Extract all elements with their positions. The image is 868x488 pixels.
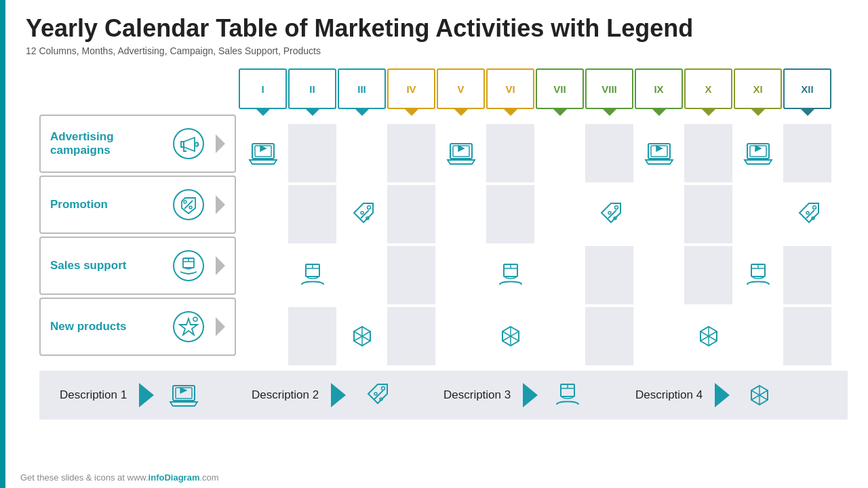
cell-prod-10	[734, 307, 782, 365]
data-row-products	[239, 307, 833, 365]
svg-point-29	[812, 206, 816, 209]
legend-laptop-icon	[166, 378, 201, 413]
svg-point-21	[367, 206, 370, 209]
cell-promo-2	[338, 185, 386, 243]
svg-point-12	[193, 317, 197, 321]
cell-adv-1	[288, 124, 336, 182]
cell-adv-7	[585, 124, 633, 182]
price-tag-icon-promo-11	[791, 197, 825, 231]
svg-point-23	[361, 211, 363, 214]
month-IV: IV	[387, 68, 435, 109]
cell-adv-9	[684, 124, 732, 182]
cell-promo-1	[288, 185, 336, 243]
cell-sales-11	[783, 246, 831, 304]
legend-item-1: Description 1	[60, 378, 252, 413]
legend-arrow-1	[139, 383, 154, 407]
month-X: X	[684, 68, 732, 109]
cell-sales-7	[585, 246, 633, 304]
cell-adv-3	[387, 124, 435, 182]
hand-box-icon-sales-5	[494, 258, 528, 292]
data-rows	[239, 124, 833, 365]
svg-point-6	[174, 251, 203, 281]
cell-adv-11	[783, 124, 831, 182]
cell-promo-9	[684, 185, 732, 243]
price-tag-icon-promo-7	[593, 197, 627, 231]
cell-promo-11	[783, 185, 831, 243]
row-label-arrow-1	[216, 134, 225, 153]
legend-hand-box-icon	[550, 378, 585, 413]
cell-adv-10	[734, 124, 782, 182]
month-IX: IX	[635, 68, 683, 109]
cell-sales-10	[734, 246, 782, 304]
month-VII: VII	[536, 68, 584, 109]
svg-point-25	[614, 206, 618, 209]
cell-sales-4	[437, 246, 485, 304]
cell-sales-5	[486, 246, 534, 304]
cell-prod-1	[288, 307, 336, 365]
cell-sales-1	[288, 246, 336, 304]
legend-label-3: Description 3	[443, 388, 511, 402]
month-VIII: VIII	[585, 68, 633, 109]
cell-prod-4	[437, 307, 485, 365]
cell-adv-0	[239, 124, 287, 182]
page-subtitle: 12 Columns, Months, Advertising, Campaig…	[26, 45, 848, 56]
cell-sales-3	[387, 246, 435, 304]
cell-sales-6	[536, 246, 584, 304]
row-label-promotion: Promotion	[39, 176, 236, 234]
cell-prod-11	[783, 307, 831, 365]
month-I: I	[239, 68, 287, 109]
laptop-icon-adv-10	[741, 136, 775, 170]
cell-prod-5	[486, 307, 534, 365]
cell-promo-0	[239, 185, 287, 243]
cell-promo-6	[536, 185, 584, 243]
hand-box-icon-sales-10	[741, 258, 775, 292]
cell-promo-5	[486, 185, 534, 243]
legend-arrow-3	[523, 383, 538, 407]
month-II: II	[288, 68, 336, 109]
cell-promo-4	[437, 185, 485, 243]
legend-item-3: Description 3	[443, 378, 635, 413]
cell-prod-3	[387, 307, 435, 365]
laptop-icon-adv-0	[246, 136, 280, 170]
page-title: Yearly Calendar Table of Marketing Activ…	[26, 14, 848, 43]
cell-promo-3	[387, 185, 435, 243]
cell-adv-2	[338, 124, 386, 182]
cell-sales-8	[635, 246, 683, 304]
cube-icon-prod-5	[494, 319, 528, 353]
svg-point-27	[608, 211, 611, 214]
legend-label-2: Description 2	[252, 388, 319, 402]
month-XI: XI	[734, 68, 782, 109]
data-row-promotion	[239, 185, 833, 243]
svg-point-55	[374, 392, 377, 395]
row-label-arrow-3	[216, 256, 225, 275]
cell-adv-4	[437, 124, 485, 182]
svg-point-53	[382, 387, 385, 390]
legend-label-1: Description 1	[60, 388, 127, 402]
cell-prod-7	[585, 307, 633, 365]
row-label-text-products: New products	[50, 320, 163, 333]
row-label-arrow-4	[216, 317, 225, 336]
footer-text: Get these slides & icons at www.infoDiag…	[20, 472, 219, 483]
cube-icon-prod-2	[345, 319, 379, 353]
row-label-arrow-2	[216, 195, 225, 214]
legend-item-2: Description 2	[252, 378, 443, 413]
cell-prod-6	[536, 307, 584, 365]
cell-promo-10	[734, 185, 782, 243]
laptop-icon-adv-4	[444, 136, 478, 170]
data-row-sales	[239, 246, 833, 304]
data-row-advertising	[239, 124, 833, 182]
legend-arrow-2	[331, 383, 346, 407]
row-label-text-promotion: Promotion	[50, 198, 163, 211]
row-label-text-sales: Sales support	[50, 259, 163, 272]
row-labels: Advertising campaigns	[39, 115, 236, 365]
cell-adv-6	[536, 124, 584, 182]
row-label-products: New products	[39, 298, 236, 356]
row-label-sales: Sales support	[39, 237, 236, 295]
svg-point-3	[184, 201, 186, 203]
row-label-text-advertising: Advertising campaigns	[50, 130, 163, 157]
month-III: III	[338, 68, 386, 109]
calendar-grid: I II III IV V VI VII VIII IX X XI XII	[239, 68, 833, 365]
row-label-advertising: Advertising campaigns	[39, 115, 236, 173]
legend-price-tag-icon	[358, 378, 393, 413]
month-XII: XII	[783, 68, 831, 109]
